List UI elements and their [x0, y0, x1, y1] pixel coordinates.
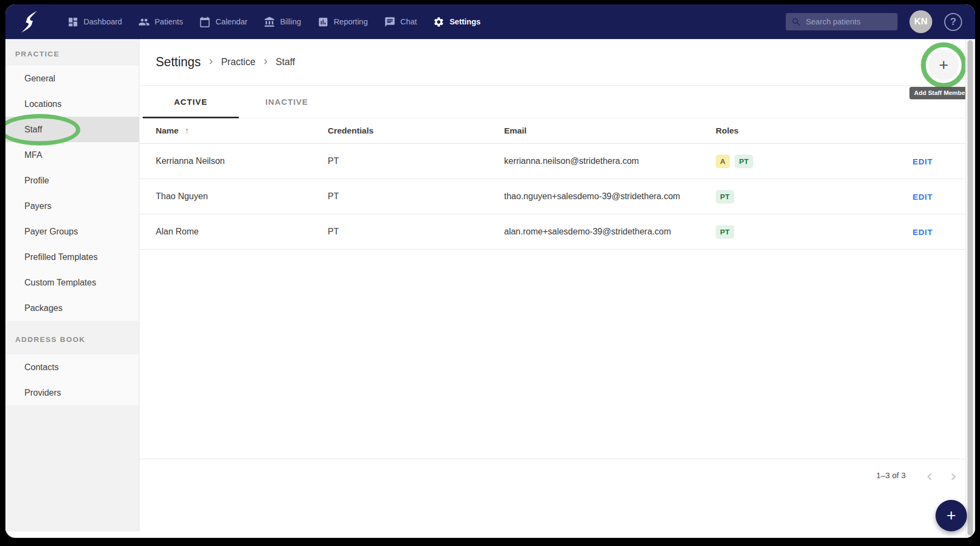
column-header-credentials: Credentials [328, 126, 504, 136]
footer-space [139, 491, 975, 538]
page-header: Settings › Practice › Staff + [139, 39, 975, 86]
patient-search-box[interactable] [786, 13, 898, 30]
column-header-email: Email [504, 126, 716, 136]
sidebar-group-practice: General Locations Staff MFA Profile Paye… [5, 66, 139, 321]
table-empty-space [139, 250, 975, 459]
staff-name: Thao Nguyen [156, 192, 328, 201]
table-header-row: Name ↑ Credentials Email Roles [139, 118, 975, 144]
stride-logo-icon [20, 11, 39, 33]
staff-email: alan.rome+salesdemo-39@stridethera.com [504, 227, 716, 237]
pagination-range: 1–3 of 3 [876, 471, 906, 480]
tab-active[interactable]: ACTIVE [143, 86, 239, 118]
nav-item-calendar[interactable]: Calendar [199, 16, 247, 28]
staff-credentials: PT [328, 156, 504, 166]
nav-item-chat[interactable]: Chat [384, 16, 417, 28]
nav-label: Reporting [334, 17, 368, 26]
sidebar-item-prefilled-templates[interactable]: Prefilled Templates [5, 244, 139, 270]
role-badge-pt: PT [716, 225, 734, 239]
sidebar-item-custom-templates[interactable]: Custom Templates [5, 270, 139, 295]
staff-credentials: PT [328, 227, 504, 237]
app-logo[interactable] [20, 10, 39, 33]
staff-email: thao.nguyen+salesdemo-39@stridethera.com [504, 192, 716, 201]
app-window: Dashboard Patients Calendar Billing Repo… [5, 4, 975, 538]
plus-icon: + [946, 507, 956, 524]
avatar[interactable]: KN [909, 10, 932, 33]
nav-item-billing[interactable]: Billing [264, 16, 301, 28]
sort-ascending-icon[interactable]: ↑ [184, 126, 189, 136]
sidebar-item-payer-groups[interactable]: Payer Groups [5, 219, 139, 244]
edit-button[interactable]: EDIT [913, 157, 933, 166]
pagination-prev-button[interactable]: ‹ [918, 464, 941, 487]
reporting-icon [317, 16, 329, 28]
primary-nav: Dashboard Patients Calendar Billing Repo… [67, 16, 481, 28]
nav-label: Calendar [215, 17, 247, 26]
role-badge-admin: A [716, 155, 730, 168]
settings-sidebar: PRACTICE General Locations Staff MFA Pro… [5, 39, 139, 538]
role-badge-pt: PT [735, 155, 753, 168]
chat-icon [384, 16, 396, 28]
column-header-name[interactable]: Name ↑ [156, 126, 328, 136]
sidebar-section-address-book: ADDRESS BOOK [5, 324, 139, 354]
nav-label: Settings [449, 17, 480, 26]
sidebar-item-contacts[interactable]: Contacts [5, 354, 139, 380]
nav-item-patients[interactable]: Patients [138, 16, 183, 28]
staff-name: Alan Rome [156, 227, 328, 237]
sidebar-section-practice: PRACTICE [5, 42, 139, 66]
nav-label: Patients [155, 17, 183, 26]
search-icon [791, 17, 801, 27]
breadcrumb: Settings › Practice › Staff [156, 55, 295, 69]
staff-credentials: PT [328, 192, 504, 201]
nav-item-settings[interactable]: Settings [433, 16, 480, 28]
scrollbar-track [965, 39, 975, 538]
calendar-icon [199, 16, 211, 28]
staff-settings-panel: Settings › Practice › Staff + Add Staff … [139, 39, 975, 538]
table-row: Alan Rome PT alan.rome+salesdemo-39@stri… [139, 214, 975, 250]
nav-label: Chat [400, 17, 417, 26]
sidebar-item-general[interactable]: General [5, 66, 139, 91]
sidebar-item-staff[interactable]: Staff [5, 117, 139, 142]
billing-icon [264, 16, 275, 28]
staff-email: kerrianna.neilson@stridethera.com [504, 156, 716, 166]
search-input[interactable] [806, 17, 892, 26]
staff-roles: PT [716, 190, 895, 204]
nav-item-reporting[interactable]: Reporting [317, 16, 368, 28]
fab-add-button[interactable]: + [936, 500, 967, 531]
add-staff-tooltip: Add Staff Member [909, 87, 972, 99]
settings-gear-icon [433, 16, 444, 28]
staff-roles: A PT [716, 155, 895, 168]
sidebar-item-payers[interactable]: Payers [5, 193, 139, 219]
sidebar-item-providers[interactable]: Providers [5, 380, 139, 405]
nav-label: Billing [280, 17, 301, 26]
table-row: Thao Nguyen PT thao.nguyen+salesdemo-39@… [139, 179, 975, 214]
breadcrumb-practice[interactable]: Practice [221, 56, 255, 68]
table-row: Kerrianna Neilson PT kerrianna.neilson@s… [139, 144, 975, 179]
breadcrumb-staff: Staff [276, 56, 295, 68]
edit-button[interactable]: EDIT [913, 192, 933, 201]
plus-icon: + [939, 57, 949, 73]
column-header-roles: Roles [716, 126, 895, 136]
tab-inactive[interactable]: INACTIVE [239, 86, 335, 118]
nav-item-dashboard[interactable]: Dashboard [67, 16, 122, 28]
chevron-right-icon: › [209, 55, 213, 69]
staff-name: Kerrianna Neilson [156, 156, 328, 166]
breadcrumb-settings: Settings [156, 55, 201, 69]
staff-roles: PT [716, 225, 895, 239]
patients-icon [138, 16, 150, 28]
top-navbar: Dashboard Patients Calendar Billing Repo… [5, 4, 975, 39]
staff-status-tabs: ACTIVE INACTIVE [139, 86, 975, 118]
help-icon[interactable]: ? [944, 13, 962, 31]
sidebar-group-address-book: Contacts Providers [5, 354, 139, 405]
dashboard-icon [67, 16, 79, 28]
pagination-next-button[interactable]: › [941, 464, 965, 487]
edit-button[interactable]: EDIT [913, 227, 933, 237]
sidebar-item-profile[interactable]: Profile [5, 168, 139, 193]
sidebar-item-mfa[interactable]: MFA [5, 142, 139, 168]
pagination-bar: 1–3 of 3 ‹ › [139, 459, 975, 491]
sidebar-item-locations[interactable]: Locations [5, 91, 139, 117]
nav-label: Dashboard [84, 17, 122, 26]
scrollbar-thumb[interactable] [968, 40, 973, 536]
chevron-right-icon: › [264, 55, 268, 69]
role-badge-pt: PT [716, 190, 734, 204]
sidebar-item-packages[interactable]: Packages [5, 295, 139, 321]
add-staff-button[interactable]: + [928, 50, 959, 80]
